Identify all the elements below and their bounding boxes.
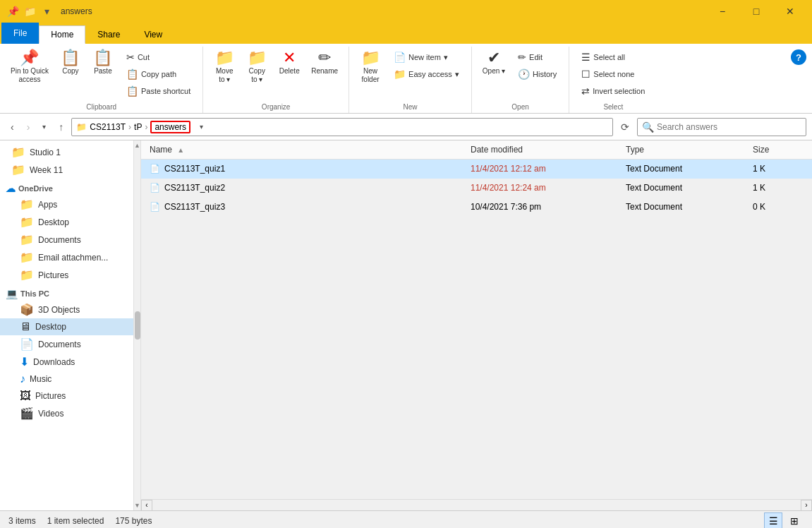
horizontal-scrollbar[interactable]: ‹ ›	[141, 499, 812, 510]
select-all-icon: ☰	[581, 52, 590, 63]
easy-access-button[interactable]: 📁 Easy access ▾	[389, 66, 464, 82]
new-folder-button[interactable]: 📁 Newfolder	[355, 47, 386, 88]
select-none-button[interactable]: ☐ Select none	[576, 66, 650, 82]
breadcrumb-dropdown-button[interactable]: ▾	[196, 122, 207, 131]
app-icon-folder: 📁	[23, 4, 37, 18]
sidebar-item-label: Videos	[38, 409, 63, 419]
close-button[interactable]: ✕	[774, 0, 806, 23]
sidebar-item-pictures-pc[interactable]: 🖼 Pictures	[0, 388, 133, 404]
copy-to-button[interactable]: 📁 Copyto ▾	[241, 47, 272, 88]
sidebar-item-documents[interactable]: 📁 Documents	[0, 231, 133, 248]
sidebar-item-desktop-pc[interactable]: 🖥 Desktop	[0, 318, 133, 335]
sidebar-item-week11[interactable]: 📁 Week 11	[0, 161, 133, 179]
file-row-quiz3[interactable]: 📄 CS2113T_quiz3 10/4/2021 7:36 pm Text D…	[141, 198, 812, 217]
search-input[interactable]	[657, 122, 801, 132]
folder-icon: 📁	[11, 163, 25, 176]
app-icon-pin: 📌	[6, 4, 20, 18]
file-row-quiz2[interactable]: 📄 CS2113T_quiz2 11/4/2021 12:24 am Text …	[141, 179, 812, 198]
new-folder-icon: 📁	[361, 50, 380, 66]
edit-button[interactable]: ✏ Edit	[513, 49, 562, 65]
file-list-body: 📄 CS2113T_quiz1 11/4/2021 12:12 am Text …	[141, 160, 812, 499]
h-scroll-right[interactable]: ›	[801, 500, 812, 511]
new-buttons: 📁 Newfolder 📄 New item ▾ 📁 Easy access ▾	[355, 47, 466, 102]
tab-share[interactable]: Share	[85, 25, 132, 44]
sidebar-item-documents-pc[interactable]: 📄 Documents	[0, 335, 133, 353]
delete-button[interactable]: ✕ Delete	[274, 47, 305, 78]
invert-selection-button[interactable]: ⇄ Invert selection	[576, 83, 650, 99]
maximize-button[interactable]: □	[740, 0, 772, 23]
col-size[interactable]: Size	[750, 143, 806, 156]
delete-label: Delete	[279, 67, 300, 75]
documents-pc-icon: 📄	[20, 337, 34, 351]
app-icon-dropdown[interactable]: ▾	[40, 4, 54, 18]
large-icons-view-button[interactable]: ⊞	[785, 512, 804, 529]
edit-label: Edit	[529, 53, 543, 61]
minimize-button[interactable]: −	[706, 0, 739, 23]
copy-button[interactable]: 📋 Copy	[55, 47, 86, 78]
ribbon-group-open: ✔ Open ▾ ✏ Edit 🕐 History Open	[472, 47, 569, 113]
breadcrumb-tp[interactable]: tP	[134, 122, 142, 132]
sidebar-item-studio1[interactable]: 📁 Studio 1	[0, 143, 133, 161]
sidebar-item-apps[interactable]: 📁 Apps	[0, 196, 133, 213]
col-date-modified[interactable]: Date modified	[468, 143, 623, 156]
sidebar-scrollbar[interactable]: ▲ ▼	[134, 140, 141, 510]
select-small-buttons: ☰ Select all ☐ Select none ⇄ Invert sele…	[575, 47, 651, 102]
details-view-button[interactable]: ☰	[764, 512, 782, 529]
new-small-buttons: 📄 New item ▾ 📁 Easy access ▾	[387, 47, 466, 85]
back-button[interactable]: ‹	[6, 118, 19, 136]
selected-count: 1 item selected	[47, 516, 104, 526]
sidebar-item-downloads[interactable]: ⬇ Downloads	[0, 353, 133, 371]
recent-locations-button[interactable]: ▾	[37, 119, 51, 134]
easy-access-label: Easy access	[408, 70, 452, 78]
downloads-icon: ⬇	[20, 355, 29, 368]
help-button[interactable]: ?	[791, 49, 806, 65]
pin-to-quick-access-button[interactable]: 📌 Pin to Quickaccess	[6, 47, 54, 88]
file-row-quiz1[interactable]: 📄 CS2113T_quiz1 11/4/2021 12:12 am Text …	[141, 160, 812, 179]
sidebar-section-thispc[interactable]: 💻 This PC	[0, 284, 133, 301]
move-to-button[interactable]: 📁 Moveto ▾	[209, 47, 240, 88]
breadcrumb-bar[interactable]: 📁 CS2113T › tP › answers ▾	[71, 118, 613, 136]
select-all-button[interactable]: ☰ Select all	[576, 49, 650, 65]
up-button[interactable]: ↑	[54, 118, 68, 136]
breadcrumb-cs2113t[interactable]: CS2113T	[90, 122, 126, 132]
forward-button[interactable]: ›	[22, 118, 35, 136]
sidebar-item-3dobjects[interactable]: 📦 3D Objects	[0, 301, 133, 318]
sidebar-item-label: Pictures	[38, 270, 68, 280]
tab-file[interactable]: File	[1, 23, 39, 44]
h-scroll-track[interactable]	[152, 500, 801, 510]
search-bar[interactable]: 🔍	[637, 118, 806, 136]
paste-shortcut-icon: 📋	[126, 85, 138, 97]
breadcrumb-answers[interactable]: answers	[150, 121, 190, 133]
sidebar-item-email-attachments[interactable]: 📁 Email attachmen...	[0, 248, 133, 266]
h-scroll-left[interactable]: ‹	[141, 500, 152, 511]
paste-button[interactable]: 📋 Paste	[87, 47, 119, 78]
sidebar-item-music[interactable]: ♪ Music	[0, 371, 133, 388]
copy-path-icon: 📋	[126, 68, 138, 80]
col-name[interactable]: Name ▲	[147, 143, 468, 156]
sidebar-item-videos[interactable]: 🎬 Videos	[0, 404, 133, 422]
sidebar-item-pictures-onedrive[interactable]: 📁 Pictures	[0, 266, 133, 284]
open-button[interactable]: ✔ Open ▾	[478, 47, 510, 79]
copy-path-button[interactable]: 📋 Copy path	[121, 66, 195, 82]
paste-shortcut-button[interactable]: 📋 Paste shortcut	[121, 83, 195, 99]
folder-icon: 📁	[20, 198, 34, 211]
new-item-button[interactable]: 📄 New item ▾	[389, 49, 464, 65]
tab-home[interactable]: Home	[39, 25, 85, 44]
new-item-label: New item	[408, 53, 441, 61]
cut-button[interactable]: ✂ Cut	[121, 49, 195, 65]
history-button[interactable]: 🕐 History	[513, 66, 562, 82]
easy-access-dropdown: ▾	[455, 70, 459, 79]
sidebar-item-label: Documents	[38, 235, 81, 245]
sidebar-item-label: Apps	[38, 200, 57, 210]
sidebar-item-label: Week 11	[30, 165, 63, 175]
sidebar-scroll-thumb[interactable]	[135, 311, 140, 340]
tab-view[interactable]: View	[132, 25, 174, 44]
paste-icon: 📋	[93, 50, 112, 66]
move-to-icon: 📁	[215, 50, 234, 66]
sidebar-item-desktop[interactable]: 📁 Desktop	[0, 213, 133, 231]
refresh-button[interactable]: ⟳	[616, 118, 634, 136]
col-type[interactable]: Type	[623, 143, 750, 156]
3dobjects-icon: 📦	[20, 303, 34, 316]
sidebar-section-onedrive[interactable]: ☁ OneDrive	[0, 179, 133, 196]
rename-button[interactable]: ✏ Rename	[306, 47, 343, 78]
